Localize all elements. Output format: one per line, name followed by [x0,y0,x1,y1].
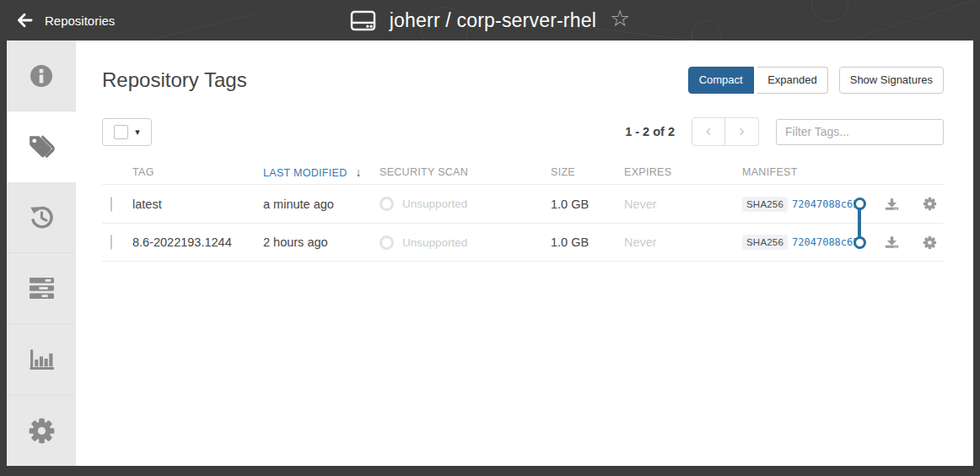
repository-icon [350,9,376,32]
chevron-right-icon: › [739,120,745,140]
security-scan-cell: Unsupported [380,197,551,211]
column-header-tag[interactable]: TAG [132,166,263,178]
repository-title: joherr / corp-server-rhel [390,9,596,32]
expanded-view-button[interactable]: Expanded [757,67,828,94]
last-modified-value: 2 hours ago [263,235,380,249]
scan-status-text: Unsupported [402,236,467,249]
bulk-select-checkbox[interactable] [114,125,128,139]
fetch-tag-button[interactable] [871,197,912,211]
manifest-cell: SHA256 72047088c657 [742,197,848,212]
sidebar-item-info[interactable] [7,41,76,111]
size-value: 1.0 GB [551,235,624,249]
pagination-range: 1 - 2 of 2 [625,125,675,138]
sidebar-item-settings[interactable] [7,396,76,466]
previous-page-button[interactable]: ‹ [692,117,725,146]
security-scan-cell: Unsupported [380,235,551,250]
chevron-left-icon: ‹ [706,120,712,140]
table-row: latest a minute ago Unsupported 1.0 GB N… [102,184,944,223]
manifest-cell: SHA256 72047088c657 [742,235,848,250]
manifest-timeline-dot [853,197,866,210]
column-header-size[interactable]: SIZE [551,166,624,178]
column-header-last-modified[interactable]: LAST MODIFIED↓ [263,165,380,179]
compact-view-button[interactable]: Compact [688,67,754,94]
pagination-controls: ‹ › [692,117,759,146]
sidebar-item-usage-logs[interactable] [7,324,76,395]
column-header-expires[interactable]: EXPIRES [624,166,742,178]
column-header-security-scan[interactable]: SECURITY SCAN [380,166,551,178]
table-row: 8.6-2022193.1244 2 hours ago Unsupported… [102,223,944,262]
gear-icon [923,235,937,250]
history-icon [29,204,55,230]
page-title: Repository Tags [102,68,247,92]
tag-options-button[interactable] [912,235,947,250]
scan-status-text: Unsupported [402,197,467,210]
gear-icon [28,417,56,445]
sidebar-item-tags[interactable] [7,111,76,181]
show-signatures-button[interactable]: Show Signatures [839,67,944,94]
column-header-manifest[interactable]: MANIFEST [742,166,848,178]
row-checkbox[interactable] [110,197,112,212]
builds-icon [29,277,55,300]
gear-icon [923,197,937,211]
fetch-tag-button[interactable] [871,235,912,249]
manifest-type-badge: SHA256 [742,197,788,212]
repo-sidebar [7,41,76,466]
manifest-timeline-dot [853,236,866,249]
repository-tags-panel: Repository Tags Compact Expanded Show Si… [76,41,973,466]
expires-value: Never [624,235,742,249]
filter-tags-input[interactable] [776,119,944,145]
last-modified-value: a minute ago [263,197,380,211]
manifest-type-badge: SHA256 [742,235,788,250]
favorite-star-icon[interactable]: ☆ [610,8,630,30]
sidebar-item-history[interactable] [7,182,76,253]
sort-descending-icon: ↓ [356,165,362,179]
download-icon [885,197,899,211]
sidebar-item-builds[interactable] [7,253,76,324]
repo-title-group: joherr / corp-server-rhel ☆ [0,0,980,41]
bar-chart-icon [29,347,55,371]
app-header: Repositories joherr / corp-server-rhel ☆ [0,0,980,41]
bulk-select-dropdown[interactable]: ▾ [102,118,152,146]
tag-name[interactable]: latest [132,197,263,211]
row-checkbox[interactable] [110,235,112,250]
download-icon [885,235,899,249]
table-header-row: TAG LAST MODIFIED↓ SECURITY SCAN SIZE EX… [102,160,944,184]
tags-icon [28,134,55,160]
tags-table: TAG LAST MODIFIED↓ SECURITY SCAN SIZE EX… [102,160,944,262]
scan-status-icon [380,197,394,211]
caret-down-icon: ▾ [135,127,140,138]
tag-name[interactable]: 8.6-2022193.1244 [132,235,263,249]
next-page-button[interactable]: › [725,117,759,146]
info-icon [29,63,54,89]
size-value: 1.0 GB [551,197,624,211]
tag-options-button[interactable] [912,197,947,211]
view-toggle-group: Compact Expanded [688,67,828,94]
scan-status-icon [380,235,394,250]
expires-value: Never [624,197,742,211]
